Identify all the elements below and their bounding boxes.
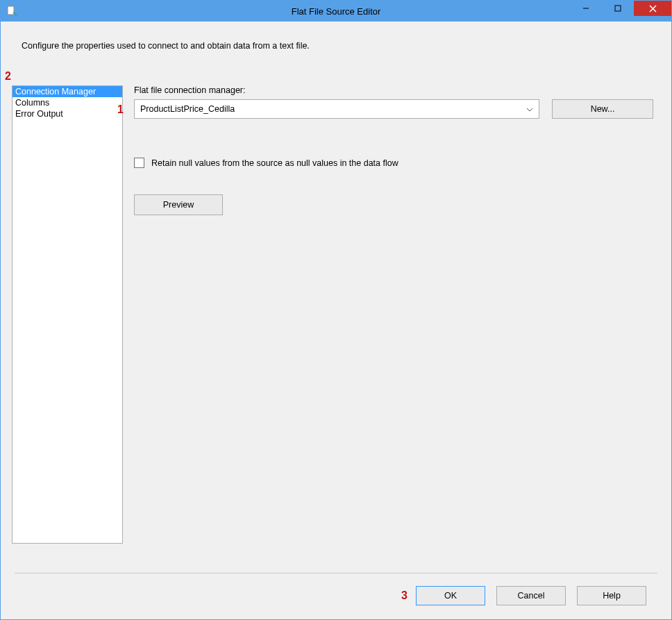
sidebar-item-error-output[interactable]: Error Output <box>12 108 122 119</box>
main-area: 2 Connection Manager Columns Error Outpu… <box>8 58 664 573</box>
maximize-button[interactable] <box>602 1 634 16</box>
connection-manager-dropdown[interactable]: ProductListPrice_Cedilla <box>134 99 539 119</box>
retain-nulls-row: Retain null values from the source as nu… <box>134 158 653 168</box>
retain-nulls-label: Retain null values from the source as nu… <box>151 158 398 168</box>
annotation-3: 3 <box>401 589 408 602</box>
help-button[interactable]: Help <box>577 586 646 605</box>
page-description: Configure the properties used to connect… <box>8 28 664 58</box>
svg-marker-1 <box>15 14 17 17</box>
document-icon <box>6 6 17 17</box>
connection-row: ProductListPrice_Cedilla New... <box>134 99 653 119</box>
svg-rect-3 <box>615 6 621 11</box>
window-frame: Flat File Source Editor Configure the pr… <box>0 0 672 620</box>
preview-button[interactable]: Preview <box>134 194 223 215</box>
minimize-button[interactable] <box>570 1 602 16</box>
chevron-down-icon <box>526 106 533 113</box>
ok-button[interactable]: OK <box>416 586 485 605</box>
titlebar[interactable]: Flat File Source Editor <box>1 1 671 22</box>
cancel-button[interactable]: Cancel <box>496 586 566 605</box>
sidebar-item-columns[interactable]: Columns <box>12 97 122 108</box>
new-button[interactable]: New... <box>552 99 653 119</box>
retain-nulls-checkbox[interactable] <box>134 158 144 168</box>
content-panel: Flat file connection manager: 1 ProductL… <box>134 85 653 573</box>
connection-manager-label: Flat file connection manager: <box>134 85 653 95</box>
connection-manager-value: ProductListPrice_Cedilla <box>140 104 235 114</box>
client-area: Configure the properties used to connect… <box>1 22 671 619</box>
close-button[interactable] <box>634 1 671 16</box>
window-title: Flat File Source Editor <box>292 6 381 17</box>
annotation-1: 1 <box>117 103 124 116</box>
annotation-2: 2 <box>5 70 11 83</box>
sidebar-item-connection-manager[interactable]: Connection Manager <box>12 86 122 97</box>
footer: 3 OK Cancel Help <box>8 573 664 619</box>
window-controls <box>570 1 671 22</box>
svg-rect-0 <box>8 6 14 15</box>
sidebar: Connection Manager Columns Error Output <box>12 85 123 544</box>
